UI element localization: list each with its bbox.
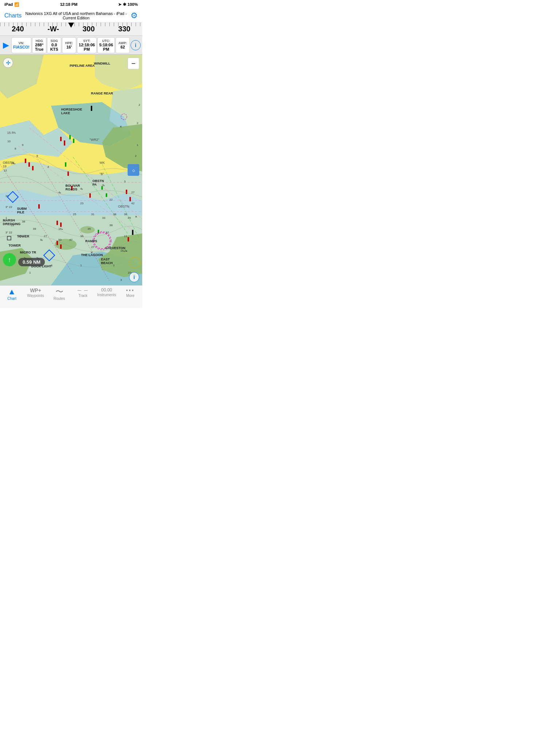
instruments-tab-icon: 00.00	[101, 288, 112, 292]
tab-chart[interactable]: ▲ Chart	[0, 288, 24, 301]
windmill-label: WINDMILL	[94, 62, 110, 65]
navigate-up-button[interactable]: ↑	[3, 253, 16, 266]
hdg-value: 288° True	[34, 43, 44, 51]
b-label: "B"	[100, 172, 104, 176]
tower2-label: TOWER	[8, 244, 20, 247]
svg-rect-14	[57, 221, 58, 225]
svg-text:4: 4	[47, 165, 49, 169]
svg-text:3" 22: 3" 22	[5, 205, 12, 209]
svg-text:38: 38	[124, 213, 127, 216]
svg-text:9₈: 9₈	[40, 238, 43, 241]
zoom-direction-button[interactable]: ⬦	[128, 164, 139, 176]
zoom-arrows-icon: ⬦	[132, 166, 136, 174]
tab-routes[interactable]: 〜 Routes	[47, 288, 71, 301]
horseshoe-label: HORSESHOELAKE	[61, 108, 82, 115]
syt-value: 12:18:06 PM	[79, 43, 95, 51]
ramps-label: RAMPS	[85, 239, 97, 243]
utc-instrument: UTC: 5:18:06 PM	[97, 37, 115, 53]
svg-text:3: 3	[120, 278, 122, 282]
up-arrow-icon: ↑	[8, 256, 11, 264]
hdg-instrument: HDG 288° True	[32, 37, 46, 53]
info-bottom-button[interactable]: i	[129, 272, 139, 282]
svg-text:3" 22: 3" 22	[5, 231, 12, 234]
svg-text:4₉: 4₉	[58, 191, 61, 194]
track-tab-label: Track	[78, 294, 88, 298]
svg-text:12: 12	[4, 169, 7, 172]
svg-text:1: 1	[29, 271, 31, 274]
wk-label: WK	[100, 161, 105, 165]
svg-rect-15	[60, 222, 62, 227]
svg-text:✕: ✕	[135, 215, 137, 218]
info-icon-bottom: i	[133, 274, 135, 280]
svg-rect-21	[65, 162, 66, 167]
svg-text:2: 2	[139, 103, 140, 107]
obstn19-label: OBSTN19	[3, 161, 14, 168]
svg-rect-20	[73, 139, 74, 143]
svg-rect-10	[89, 193, 91, 198]
svg-rect-18	[128, 237, 129, 241]
svg-text:1: 1	[113, 264, 115, 267]
svg-text:27: 27	[131, 191, 135, 194]
compass-triangle	[68, 23, 74, 28]
compass-rose-button[interactable]: ✛	[3, 58, 13, 68]
waypoints-tab-label: Waypoints	[27, 294, 44, 298]
marsh-dredging-label: MARSHDREDGING	[3, 218, 21, 226]
svg-text:9: 9	[36, 154, 38, 158]
track-tab-icon: ─ ─	[78, 288, 89, 293]
wr2-label: "WR2"	[90, 138, 99, 142]
micro-tr-label: MICRO TR	[20, 251, 36, 254]
syt-label: SYT:	[79, 39, 95, 43]
svg-rect-4	[28, 162, 30, 167]
15pa-label: 15 PA	[7, 131, 16, 135]
svg-text:38: 38	[22, 220, 25, 223]
status-right: ➤ ✱ 100%	[118, 2, 138, 7]
back-button[interactable]: Charts	[4, 12, 22, 19]
settings-button[interactable]: ⚙	[131, 11, 138, 20]
svg-text:31: 31	[91, 213, 94, 216]
sog-label: SOG	[49, 39, 59, 43]
nav-bar: Charts Navionics 1XG All of USA and nort…	[0, 9, 142, 23]
obstn-pa-label: OBSTNPA	[93, 179, 104, 186]
map-area[interactable]: 10 8 9 16₄ 12 9 4 4₉ 4₉ 3₉ 3 27 22 42 45…	[0, 55, 142, 285]
svg-text:50: 50	[58, 238, 62, 241]
awp-label: AWP:	[117, 41, 128, 45]
more-tab-icon: •••	[126, 288, 135, 293]
zoom-minus-button[interactable]: −	[128, 58, 139, 69]
svg-text:42: 42	[131, 202, 135, 205]
svg-text:35: 35	[88, 227, 91, 231]
info-button[interactable]: i	[131, 40, 141, 50]
east-beach-label: EASTBEACH	[101, 258, 113, 265]
svg-text:4₉: 4₉	[80, 187, 83, 190]
tab-more[interactable]: ••• More	[118, 288, 142, 298]
tab-waypoints[interactable]: WP+ Waypoints	[24, 288, 47, 298]
svg-text:✕: ✕	[120, 125, 122, 128]
status-bar: iPad 📶 12:18 PM ➤ ✱ 100%	[0, 0, 142, 9]
routes-tab-icon: 〜	[55, 288, 63, 296]
svg-text:1: 1	[137, 143, 139, 147]
play-button[interactable]: ▶	[1, 40, 11, 50]
svg-rect-26	[91, 106, 92, 111]
tab-instruments[interactable]: 00.00 Instruments	[95, 288, 118, 297]
bluetooth-icon: ✱	[123, 2, 126, 7]
svg-text:27: 27	[91, 245, 94, 249]
svg-text:10: 10	[7, 140, 11, 143]
nav-title: Navionics 1XG All of USA and northern Ba…	[22, 11, 131, 20]
wifi-icon: 📶	[14, 2, 19, 7]
subm-pile-label: SUBMPILE	[17, 207, 27, 214]
svg-rect-23	[106, 193, 107, 197]
more-tab-label: More	[126, 294, 135, 298]
tab-track[interactable]: ─ ─ Track	[71, 288, 95, 298]
hpe-value: 16'	[64, 45, 74, 49]
svg-text:2: 2	[135, 154, 137, 158]
svg-text:22: 22	[109, 198, 113, 201]
range-rear-label: RANGE REAR	[91, 92, 113, 95]
svg-rect-16	[57, 241, 58, 245]
tab-bar: ▲ Chart WP+ Waypoints 〜 Routes ─ ─ Track…	[0, 285, 142, 308]
bolivar-roads-label: BOLIVARROADS	[65, 184, 80, 191]
svg-rect-5	[32, 166, 34, 170]
svg-text:1: 1	[80, 264, 82, 267]
svg-rect-3	[25, 159, 26, 163]
svg-text:3: 3	[124, 180, 126, 183]
svg-rect-13	[38, 204, 40, 209]
galveston-label: GALVESTON	[105, 246, 125, 250]
